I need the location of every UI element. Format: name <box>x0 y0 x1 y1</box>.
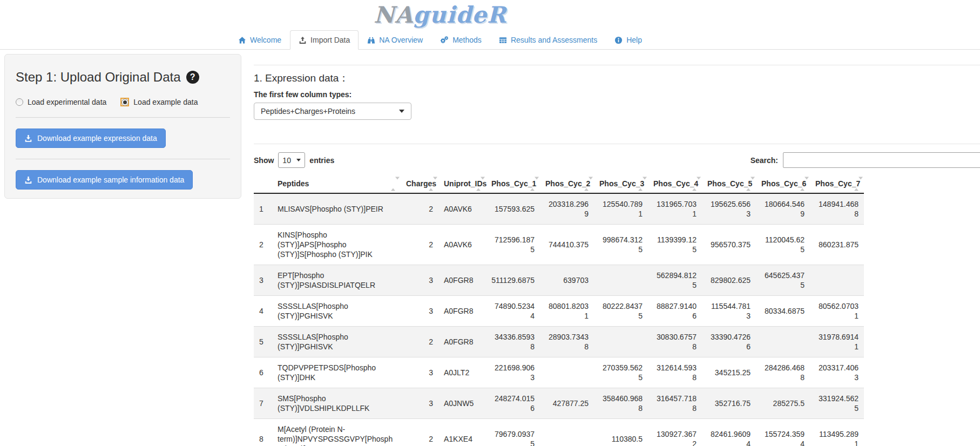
sort-icon <box>429 179 437 188</box>
table-cell: 155724.3594 <box>756 419 810 446</box>
download-expression-data-label: Download example expression data <box>37 134 157 143</box>
table-cell <box>540 357 594 388</box>
table-cell: M[Acetyl (Protein N-term)]NPVYSPGSSGVPY[… <box>272 419 401 446</box>
tab-methods[interactable]: Methods <box>431 30 490 50</box>
table-cell: 331924.5625 <box>810 388 864 419</box>
sort-icon <box>476 179 485 188</box>
table-cell <box>756 327 810 357</box>
divider <box>16 159 230 159</box>
table-cell: 645625.4375 <box>756 265 810 296</box>
column-header-phos-cyc-7[interactable]: Phos_Cyc_7 <box>810 175 864 193</box>
table-cell: 31978.69141 <box>810 327 864 357</box>
tab-label: Welcome <box>250 36 281 44</box>
column-header-charges[interactable]: Charges <box>401 175 438 193</box>
sort-icon <box>638 179 647 188</box>
column-header-phos-cyc-5[interactable]: Phos_Cyc_5 <box>702 175 756 193</box>
download-sample-info-button[interactable]: Download example sample information data <box>16 170 193 190</box>
table-cell: 2 <box>401 327 438 357</box>
table-cell: A0FGR8 <box>438 327 486 357</box>
table-cell: A0FGR8 <box>438 296 486 327</box>
table-header-row: PeptidesChargesUniprot_IDsPhos_Cyc_1Phos… <box>254 175 864 193</box>
column-header-phos-cyc-1[interactable]: Phos_Cyc_1 <box>486 175 540 193</box>
table-cell: 248274.0156 <box>486 388 540 419</box>
table-header: PeptidesChargesUniprot_IDsPhos_Cyc_1Phos… <box>254 175 864 193</box>
page-length-select[interactable]: 10 <box>278 152 305 168</box>
entries-label: entries <box>309 156 334 165</box>
sort-icon <box>746 179 755 188</box>
step-title-text: Step 1: Upload Original Data <box>16 70 181 85</box>
table-cell: TQDPVPPETPSDS[Phospho (STY)]DHK <box>272 357 401 388</box>
question-circle-icon[interactable] <box>186 71 199 84</box>
column-header-label: Phos_Cyc_1 <box>491 179 536 188</box>
sort-icon <box>854 179 863 188</box>
step-title: Step 1: Upload Original Data <box>16 70 230 85</box>
column-header-phos-cyc-4[interactable]: Phos_Cyc_4 <box>648 175 702 193</box>
table-search-control: Search: <box>751 152 980 168</box>
expression-data-table: PeptidesChargesUniprot_IDsPhos_Cyc_1Phos… <box>254 175 864 446</box>
column-header-peptides[interactable]: Peptides <box>272 175 401 193</box>
sort-icon <box>692 179 701 188</box>
download-expression-data-button[interactable]: Download example expression data <box>16 129 166 148</box>
column-header-label: Phos_Cyc_7 <box>815 179 860 188</box>
row-number-cell: 4 <box>254 296 272 327</box>
table-cell: 88827.91406 <box>648 296 702 327</box>
app-logo: NAguideR <box>0 3 880 27</box>
column-header-phos-cyc-6[interactable]: Phos_Cyc_6 <box>756 175 810 193</box>
table-row: 2KINS[Phospho (STY)]APS[Phospho (STY)]S[… <box>254 225 864 265</box>
caret-down-icon <box>399 110 404 113</box>
caret-down-icon <box>296 159 301 161</box>
table-icon <box>499 36 507 44</box>
tab-welcome[interactable]: Welcome <box>229 30 290 50</box>
column-header-uniprot-ids[interactable]: Uniprot_IDs <box>438 175 486 193</box>
table-cell: 28903.73438 <box>540 327 594 357</box>
logo-text-na: NA <box>374 2 413 28</box>
column-header-label: Phos_Cyc_6 <box>761 179 806 188</box>
table-cell <box>594 265 648 296</box>
tab-help[interactable]: Help <box>606 30 651 50</box>
table-cell: 80801.82031 <box>540 296 594 327</box>
table-cell: 148941.4688 <box>810 193 864 225</box>
show-label: Show <box>254 156 274 165</box>
table-cell: 270359.5625 <box>594 357 648 388</box>
tab-import-data[interactable]: Import Data <box>290 30 359 50</box>
table-cell: 113495.2891 <box>810 419 864 446</box>
tab-label: NA Overview <box>379 36 423 44</box>
table-row: 8M[Acetyl (Protein N-term)]NPVYSPGSSGVPY… <box>254 419 864 446</box>
table-cell: 195625.6563 <box>702 193 756 225</box>
divider <box>16 117 230 118</box>
tab-results-and-assessments[interactable]: Results and Assessments <box>490 30 606 50</box>
table-cell: 285275.5 <box>756 388 810 419</box>
table-cell: 639703 <box>540 265 594 296</box>
column-types-select[interactable]: Peptides+Charges+Proteins <box>254 103 411 120</box>
table-row: 3EPT[Phospho (STY)]PSIASDISLPIATQELR3A0F… <box>254 265 864 296</box>
table-cell <box>540 419 594 446</box>
radio-label: Load example data <box>133 98 198 106</box>
table-cell: 33390.47266 <box>702 327 756 357</box>
table-cell: 1139399.125 <box>648 225 702 265</box>
nav-tabs: WelcomeImport DataNA OverviewMethodsResu… <box>0 30 880 49</box>
radio-label: Load experimental data <box>28 98 106 106</box>
radio-load-example-data[interactable]: Load example data <box>120 98 198 106</box>
table-cell: 79679.09375 <box>486 419 540 446</box>
table-cell: 3 <box>401 388 438 419</box>
table-cell: 860231.875 <box>810 225 864 265</box>
divider <box>254 65 980 65</box>
table-cell: 562894.8125 <box>648 265 702 296</box>
table-cell: 2 <box>401 193 438 225</box>
table-cell: 203317.4063 <box>810 357 864 388</box>
radio-load-experimental-data[interactable]: Load experimental data <box>16 98 106 106</box>
table-cell: 3 <box>401 357 438 388</box>
radio-unselected-icon <box>16 98 23 106</box>
table-row: 7SMS[Phospho (STY)]VDLSHIPLKDPLLFK3A0JNW… <box>254 388 864 419</box>
table-cell: 829802.625 <box>702 265 756 296</box>
table-cell: 30830.67578 <box>648 327 702 357</box>
tab-na-overview[interactable]: NA Overview <box>359 30 431 50</box>
table-cell: 115544.7813 <box>702 296 756 327</box>
column-header-phos-cyc-3[interactable]: Phos_Cyc_3 <box>594 175 648 193</box>
sort-icon <box>800 179 809 188</box>
column-header-phos-cyc-2[interactable]: Phos_Cyc_2 <box>540 175 594 193</box>
row-number-cell: 2 <box>254 225 272 265</box>
table-row: 1MLISAVS[Phospho (STY)]PEIR2A0AVK6157593… <box>254 193 864 225</box>
search-input[interactable] <box>783 152 980 168</box>
main-navbar: WelcomeImport DataNA OverviewMethodsResu… <box>0 30 980 50</box>
